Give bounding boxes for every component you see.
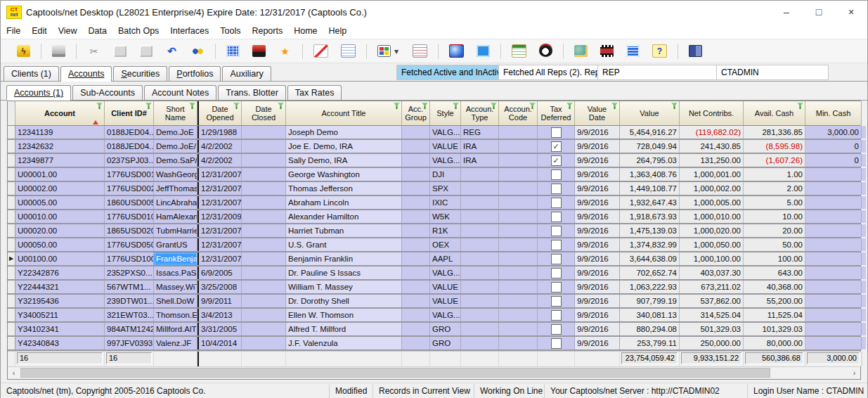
cell-value_date[interactable]: 9/9/2016: [575, 182, 620, 195]
login-user-field[interactable]: CTADMIN: [717, 65, 829, 80]
cell-date_opened[interactable]: 6/9/2005: [197, 267, 242, 279]
cell-min[interactable]: [805, 337, 862, 349]
cell-title[interactable]: Thomas Jefferson: [286, 182, 402, 195]
connect-icon[interactable]: ϟ: [17, 45, 30, 57]
cell-title[interactable]: George Washington: [286, 168, 402, 181]
cell-value_date[interactable]: 9/9/2016: [575, 196, 620, 209]
cell-net[interactable]: 1,000,100.00: [680, 252, 744, 265]
cell-short_name[interactable]: Demo.JoE: [154, 126, 197, 139]
cell-avail[interactable]: (8,595.98): [744, 140, 805, 153]
tax-deferred-checkbox[interactable]: [551, 324, 562, 335]
row-selector-cell[interactable]: [8, 309, 15, 321]
cell-style[interactable]: VALUE: [430, 295, 461, 307]
cell-acc_group[interactable]: [402, 309, 430, 321]
cell-client_id[interactable]: 1776USD050: [105, 238, 154, 251]
cell-value_date[interactable]: 9/9/2016: [575, 168, 620, 181]
cell-date_closed[interactable]: [242, 337, 286, 349]
cell-value[interactable]: 1,374,832.99: [620, 238, 680, 251]
cell-client_id[interactable]: 1776USD100: [105, 252, 154, 265]
cell-tax[interactable]: [538, 252, 575, 265]
cell-code[interactable]: [499, 295, 538, 307]
cell-code[interactable]: [499, 126, 538, 139]
cell-title[interactable]: Joe E. Demo, IRA: [286, 140, 402, 153]
cell-tax[interactable]: ✓: [538, 154, 575, 167]
cell-value[interactable]: 3,644,638.09: [620, 252, 680, 265]
cell-acc_group[interactable]: [402, 210, 430, 223]
cell-value[interactable]: 264,795.03: [620, 154, 680, 167]
cell-account[interactable]: Y22342876: [15, 267, 105, 279]
download-icon[interactable]: [574, 45, 588, 57]
cell-min[interactable]: [805, 210, 862, 223]
cell-style[interactable]: GRO: [430, 323, 461, 335]
selected-cell[interactable]: FrankBenja...: [154, 252, 197, 265]
cell-avail[interactable]: 643.00: [744, 267, 805, 279]
cell-tax[interactable]: [538, 337, 575, 349]
cell-client_id[interactable]: 239DTW01...: [105, 295, 154, 307]
row-selector-cell[interactable]: [8, 210, 15, 223]
cell-value[interactable]: 1,932,647.43: [620, 196, 680, 209]
cell-value[interactable]: 880,294.08: [620, 323, 680, 335]
form-icon[interactable]: [341, 44, 356, 58]
cell-account[interactable]: Y22444321: [15, 281, 105, 293]
row-selector-cell[interactable]: [8, 238, 15, 251]
subtab-accounts-1[interactable]: Accounts (1): [6, 85, 71, 101]
scrollbar-thumb[interactable]: [20, 368, 770, 378]
close-button[interactable]: ×: [835, 1, 867, 23]
cell-net[interactable]: 1,000,001.00: [680, 168, 744, 181]
cell-value_date[interactable]: 9/9/2016: [575, 267, 620, 279]
row-selector-cell[interactable]: ▶: [8, 252, 15, 265]
cell-net[interactable]: (119,682.02): [680, 126, 744, 139]
cell-date_closed[interactable]: [242, 252, 286, 265]
find-icon[interactable]: [191, 45, 205, 57]
cell-value[interactable]: 253,799.11: [620, 337, 680, 349]
cell-avail[interactable]: 50.00: [744, 238, 805, 251]
menu-item-reports[interactable]: Reports: [246, 24, 288, 39]
cell-date_closed[interactable]: [242, 140, 286, 153]
cell-date_opened[interactable]: 3/25/2008: [197, 281, 242, 293]
filter-icon[interactable]: [394, 103, 400, 109]
cell-acc_group[interactable]: [402, 337, 430, 349]
cell-title[interactable]: Dr. Pauline S Issacs: [286, 267, 402, 279]
cell-code[interactable]: [499, 196, 538, 209]
cell-account[interactable]: U00010.00: [15, 210, 105, 223]
cell-title[interactable]: Alexander Hamilton: [286, 210, 402, 223]
cell-date_closed[interactable]: [242, 281, 286, 293]
menu-item-home[interactable]: Home: [288, 24, 323, 39]
cell-avail[interactable]: 11,525.04: [744, 309, 805, 321]
cell-client_id[interactable]: 1865USD020: [105, 224, 154, 237]
filter-icon[interactable]: [611, 103, 618, 109]
cell-code[interactable]: [499, 337, 538, 349]
cell-title[interactable]: Benjamin Franklin: [286, 252, 402, 265]
tax-deferred-checkbox[interactable]: [551, 226, 562, 236]
cell-code[interactable]: [499, 238, 538, 251]
column-header-date_opened[interactable]: Date Opened: [197, 101, 242, 125]
cell-date_opened[interactable]: 9/9/2011: [197, 295, 242, 307]
cell-short_name[interactable]: Valenz.JF: [154, 337, 197, 349]
cell-acc_group[interactable]: [402, 224, 430, 237]
cell-account[interactable]: 12342632: [15, 140, 105, 153]
cell-short_name[interactable]: Shell.DoW: [154, 295, 197, 307]
cell-title[interactable]: Dr. Dorothy Shell: [286, 295, 402, 307]
cell-value[interactable]: 1,475,139.03: [620, 224, 680, 237]
cell-min[interactable]: 0: [805, 154, 862, 167]
cell-date_closed[interactable]: [242, 210, 286, 223]
cell-client_id[interactable]: 0237SPJ03...: [105, 154, 154, 167]
tax-deferred-checkbox[interactable]: [551, 169, 562, 180]
column-header-min[interactable]: Min. Cash: [805, 101, 862, 125]
cell-title[interactable]: Ellen W. Thomson: [286, 309, 402, 321]
tax-deferred-checkbox[interactable]: [551, 240, 562, 250]
cell-tax[interactable]: [538, 196, 575, 209]
row-selector-cell[interactable]: [8, 295, 15, 307]
tab-securities[interactable]: Securities: [113, 66, 167, 81]
row-selector-cell[interactable]: [8, 267, 15, 279]
cell-style[interactable]: W5K: [430, 210, 461, 223]
cell-client_id[interactable]: 984ATM1242: [105, 323, 154, 335]
cell-code[interactable]: [499, 168, 538, 181]
cell-style[interactable]: VALG...: [430, 267, 461, 279]
cell-client_id[interactable]: 1776USD002: [105, 182, 154, 195]
cell-min[interactable]: [805, 281, 862, 293]
cell-title[interactable]: Alfred T. Millford: [286, 323, 402, 335]
tax-deferred-checkbox[interactable]: [551, 198, 562, 208]
cell-date_opened[interactable]: 12/31/2007: [197, 252, 242, 265]
column-header-acc_group[interactable]: Acc. Group: [402, 101, 430, 125]
